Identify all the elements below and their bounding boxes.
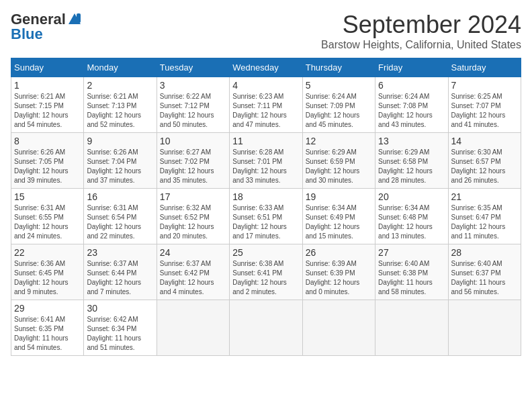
day-number: 17 <box>160 191 226 202</box>
calendar-cell: 24 Sunrise: 6:37 AMSunset: 6:42 PMDaylig… <box>157 244 229 300</box>
week-row-4: 22 Sunrise: 6:36 AMSunset: 6:45 PMDaylig… <box>11 244 521 300</box>
title-area: September 2024 Barstow Heights, Californ… <box>321 11 521 51</box>
page-header: General Blue September 2024 Barstow Heig… <box>11 11 521 51</box>
day-number: 1 <box>14 80 81 91</box>
calendar-cell: 23 Sunrise: 6:37 AMSunset: 6:44 PMDaylig… <box>84 244 157 300</box>
day-number: 11 <box>232 136 299 146</box>
day-number: 13 <box>378 136 445 146</box>
calendar-cell: 17 Sunrise: 6:32 AMSunset: 6:52 PMDaylig… <box>157 189 229 244</box>
day-number: 28 <box>451 247 518 258</box>
logo-icon <box>67 12 82 27</box>
day-detail: Sunrise: 6:29 AMSunset: 6:59 PMDaylight:… <box>306 148 372 185</box>
day-detail: Sunrise: 6:37 AMSunset: 6:44 PMDaylight:… <box>87 259 153 297</box>
day-detail: Sunrise: 6:25 AMSunset: 7:07 PMDaylight:… <box>451 92 518 130</box>
day-detail: Sunrise: 6:30 AMSunset: 6:57 PMDaylight:… <box>451 148 518 185</box>
calendar-cell: 26 Sunrise: 6:39 AMSunset: 6:39 PMDaylig… <box>302 244 375 300</box>
calendar-cell: 30 Sunrise: 6:42 AMSunset: 6:34 PMDaylig… <box>84 300 157 356</box>
location-subtitle: Barstow Heights, California, United Stat… <box>321 39 521 51</box>
day-number: 19 <box>306 191 372 202</box>
calendar-cell: 16 Sunrise: 6:31 AMSunset: 6:54 PMDaylig… <box>84 189 157 244</box>
week-row-2: 8 Sunrise: 6:26 AMSunset: 7:05 PMDayligh… <box>11 133 521 189</box>
day-detail: Sunrise: 6:34 AMSunset: 6:49 PMDaylight:… <box>306 203 372 241</box>
logo-blue-text: Blue <box>11 26 43 43</box>
header-day-tuesday: Tuesday <box>157 58 229 77</box>
day-detail: Sunrise: 6:40 AMSunset: 6:38 PMDaylight:… <box>378 259 445 297</box>
logo: General Blue <box>11 11 82 43</box>
day-number: 5 <box>306 80 372 91</box>
calendar-cell: 20 Sunrise: 6:34 AMSunset: 6:48 PMDaylig… <box>375 189 448 244</box>
day-detail: Sunrise: 6:38 AMSunset: 6:41 PMDaylight:… <box>232 259 299 297</box>
day-number: 16 <box>87 191 153 202</box>
day-number: 27 <box>378 247 445 258</box>
day-number: 10 <box>160 136 226 146</box>
calendar-cell: 13 Sunrise: 6:29 AMSunset: 6:58 PMDaylig… <box>375 133 448 189</box>
day-number: 26 <box>306 247 372 258</box>
calendar-body: 1 Sunrise: 6:21 AMSunset: 7:15 PMDayligh… <box>11 77 521 356</box>
calendar-cell: 21 Sunrise: 6:35 AMSunset: 6:47 PMDaylig… <box>448 189 521 244</box>
day-number: 6 <box>378 80 445 91</box>
calendar-cell: 12 Sunrise: 6:29 AMSunset: 6:59 PMDaylig… <box>302 133 375 189</box>
day-detail: Sunrise: 6:31 AMSunset: 6:55 PMDaylight:… <box>14 203 81 241</box>
day-detail: Sunrise: 6:21 AMSunset: 7:13 PMDaylight:… <box>87 92 153 130</box>
day-number: 21 <box>451 191 518 202</box>
calendar-cell: 14 Sunrise: 6:30 AMSunset: 6:57 PMDaylig… <box>448 133 521 189</box>
day-detail: Sunrise: 6:32 AMSunset: 6:52 PMDaylight:… <box>160 203 226 241</box>
day-number: 24 <box>160 247 226 258</box>
day-detail: Sunrise: 6:26 AMSunset: 7:04 PMDaylight:… <box>87 148 153 185</box>
day-detail: Sunrise: 6:22 AMSunset: 7:12 PMDaylight:… <box>160 92 226 130</box>
day-detail: Sunrise: 6:35 AMSunset: 6:47 PMDaylight:… <box>451 203 518 241</box>
header-day-saturday: Saturday <box>448 58 521 77</box>
calendar-cell: 19 Sunrise: 6:34 AMSunset: 6:49 PMDaylig… <box>302 189 375 244</box>
calendar-cell: 6 Sunrise: 6:24 AMSunset: 7:08 PMDayligh… <box>375 77 448 133</box>
calendar-cell: 29 Sunrise: 6:41 AMSunset: 6:35 PMDaylig… <box>11 300 84 356</box>
calendar-cell: 18 Sunrise: 6:33 AMSunset: 6:51 PMDaylig… <box>230 189 302 244</box>
calendar-cell <box>448 300 521 356</box>
calendar-header: SundayMondayTuesdayWednesdayThursdayFrid… <box>11 58 521 77</box>
calendar-cell <box>375 300 448 356</box>
day-detail: Sunrise: 6:28 AMSunset: 7:01 PMDaylight:… <box>232 148 299 185</box>
day-detail: Sunrise: 6:34 AMSunset: 6:48 PMDaylight:… <box>378 203 445 241</box>
calendar-cell: 4 Sunrise: 6:23 AMSunset: 7:11 PMDayligh… <box>230 77 302 133</box>
calendar-cell: 28 Sunrise: 6:40 AMSunset: 6:37 PMDaylig… <box>448 244 521 300</box>
day-detail: Sunrise: 6:26 AMSunset: 7:05 PMDaylight:… <box>14 148 81 185</box>
header-day-wednesday: Wednesday <box>230 58 302 77</box>
calendar-cell: 10 Sunrise: 6:27 AMSunset: 7:02 PMDaylig… <box>157 133 229 189</box>
day-detail: Sunrise: 6:24 AMSunset: 7:09 PMDaylight:… <box>306 92 372 130</box>
day-detail: Sunrise: 6:36 AMSunset: 6:45 PMDaylight:… <box>14 259 81 297</box>
day-detail: Sunrise: 6:39 AMSunset: 6:39 PMDaylight:… <box>306 259 372 297</box>
week-row-5: 29 Sunrise: 6:41 AMSunset: 6:35 PMDaylig… <box>11 300 521 356</box>
day-detail: Sunrise: 6:41 AMSunset: 6:35 PMDaylight:… <box>14 315 81 353</box>
day-number: 3 <box>160 80 226 91</box>
day-detail: Sunrise: 6:21 AMSunset: 7:15 PMDaylight:… <box>14 92 81 130</box>
calendar-cell: 1 Sunrise: 6:21 AMSunset: 7:15 PMDayligh… <box>11 77 84 133</box>
day-number: 9 <box>87 136 153 146</box>
day-number: 14 <box>451 136 518 146</box>
day-detail: Sunrise: 6:24 AMSunset: 7:08 PMDaylight:… <box>378 92 445 130</box>
calendar-cell: 3 Sunrise: 6:22 AMSunset: 7:12 PMDayligh… <box>157 77 229 133</box>
calendar-table: SundayMondayTuesdayWednesdayThursdayFrid… <box>11 58 521 356</box>
calendar-cell: 22 Sunrise: 6:36 AMSunset: 6:45 PMDaylig… <box>11 244 84 300</box>
calendar-cell <box>230 300 302 356</box>
calendar-cell: 11 Sunrise: 6:28 AMSunset: 7:01 PMDaylig… <box>230 133 302 189</box>
header-row: SundayMondayTuesdayWednesdayThursdayFrid… <box>11 58 521 77</box>
day-number: 12 <box>306 136 372 146</box>
day-detail: Sunrise: 6:37 AMSunset: 6:42 PMDaylight:… <box>160 259 226 297</box>
day-detail: Sunrise: 6:29 AMSunset: 6:58 PMDaylight:… <box>378 148 445 185</box>
day-number: 29 <box>14 303 81 314</box>
day-detail: Sunrise: 6:23 AMSunset: 7:11 PMDaylight:… <box>232 92 299 130</box>
calendar-cell: 27 Sunrise: 6:40 AMSunset: 6:38 PMDaylig… <box>375 244 448 300</box>
calendar-cell: 5 Sunrise: 6:24 AMSunset: 7:09 PMDayligh… <box>302 77 375 133</box>
day-detail: Sunrise: 6:40 AMSunset: 6:37 PMDaylight:… <box>451 259 518 297</box>
day-number: 15 <box>14 191 81 202</box>
calendar-cell: 25 Sunrise: 6:38 AMSunset: 6:41 PMDaylig… <box>230 244 302 300</box>
day-number: 7 <box>451 80 518 91</box>
calendar-cell <box>157 300 229 356</box>
calendar-cell: 2 Sunrise: 6:21 AMSunset: 7:13 PMDayligh… <box>84 77 157 133</box>
day-number: 18 <box>232 191 299 202</box>
calendar-cell <box>302 300 375 356</box>
day-detail: Sunrise: 6:27 AMSunset: 7:02 PMDaylight:… <box>160 148 226 185</box>
day-number: 20 <box>378 191 445 202</box>
day-number: 22 <box>14 247 81 258</box>
calendar-cell: 9 Sunrise: 6:26 AMSunset: 7:04 PMDayligh… <box>84 133 157 189</box>
day-number: 4 <box>232 80 299 91</box>
